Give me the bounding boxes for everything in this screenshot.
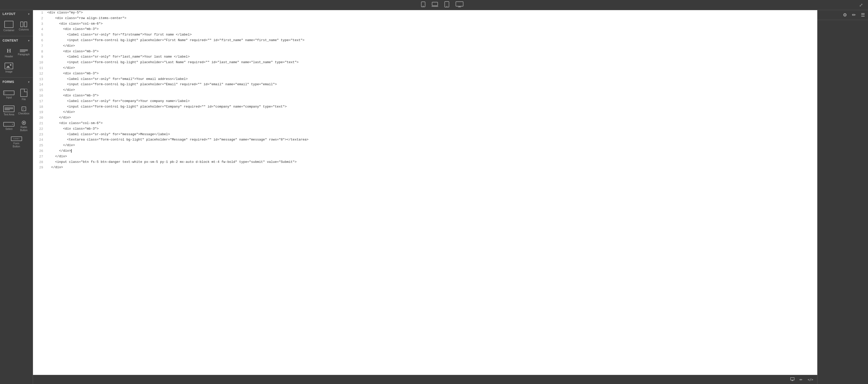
code-toggle-icon[interactable]: </> <box>807 377 814 382</box>
mobile-device-icon[interactable] <box>421 2 426 8</box>
line-content: </div> <box>47 115 814 121</box>
table-row[interactable]: 15 </div> <box>33 88 817 93</box>
table-row[interactable]: 12 <div class="mb-3"> <box>33 71 817 76</box>
header-icon: H <box>7 47 11 54</box>
line-content: <textarea class="form-control bg-light" … <box>47 137 814 142</box>
line-number: 6 <box>36 38 43 43</box>
table-row[interactable]: 7 </div> <box>33 43 817 49</box>
pencil-edit-icon[interactable]: ✏ <box>852 12 856 18</box>
content-section-header[interactable]: Content ▼ <box>0 37 33 44</box>
line-content: <input class="form-control bg-light" pla… <box>47 82 814 87</box>
table-row[interactable]: 25 </div> <box>33 143 817 148</box>
sidebar-item-columns[interactable]: Columns <box>17 19 31 33</box>
line-number: 11 <box>36 65 43 71</box>
layout-section-header[interactable]: Layout ▼ <box>0 10 33 18</box>
sidebar-item-paragraph[interactable]: Paragraph <box>17 45 31 60</box>
table-row[interactable]: 5 <label class="sr-only" for="firstname"… <box>33 32 817 38</box>
code-editor[interactable]: 1<div class="my-5">2 <div class="row ali… <box>33 10 817 375</box>
line-content: <input class="form-control bg-light" pla… <box>47 104 814 109</box>
line-content: <div class="mb-3"> <box>47 27 814 32</box>
line-number: 14 <box>36 82 43 88</box>
line-number: 2 <box>36 16 43 21</box>
line-number: 28 <box>36 160 43 165</box>
table-row[interactable]: 1<div class="my-5"> <box>33 10 817 16</box>
forms-section-header[interactable]: Forms ▼ <box>0 78 33 86</box>
line-number: 10 <box>36 60 43 65</box>
sidebar-item-image[interactable]: Image <box>2 61 16 75</box>
sidebar-item-form-button[interactable]: SUBMIT FormButton <box>2 134 31 150</box>
table-row[interactable]: 21 <div class="col-sm-6"> <box>33 121 817 126</box>
table-row[interactable]: 14 <input class="form-control bg-light" … <box>33 82 817 88</box>
paragraph-icon <box>20 50 28 52</box>
expand-icon[interactable]: ⤢ <box>859 2 863 8</box>
line-content: </div> <box>47 148 814 154</box>
table-row[interactable]: 11 </div> <box>33 65 817 71</box>
line-content: <div class="mb-3"> <box>47 49 814 54</box>
line-content: <div class="mb-3"> <box>47 126 814 132</box>
sidebar-item-file[interactable]: File <box>17 87 31 102</box>
radio-icon <box>22 121 26 125</box>
line-content: </div> <box>47 109 814 115</box>
table-row[interactable]: 23 <label class="sr-only" for="message">… <box>33 132 817 137</box>
line-content: <div class="col-sm-6"> <box>47 21 814 27</box>
table-row[interactable]: 17 <label class="sr-only" for="company">… <box>33 99 817 104</box>
table-row[interactable]: 27 </div> <box>33 154 817 160</box>
table-row[interactable]: 29 </div> <box>33 165 817 170</box>
sidebar-item-radio-button[interactable]: RadioButton <box>17 119 31 133</box>
line-content: <input class="form-control bg-light" pla… <box>47 60 814 65</box>
table-row[interactable]: 6 <input class="form-control bg-light" p… <box>33 38 817 43</box>
pencil-icon[interactable]: ✏ <box>799 377 804 383</box>
line-content: <label class="sr-only" for="company">You… <box>47 99 814 104</box>
table-row[interactable]: 22 <div class="mb-3"> <box>33 126 817 132</box>
line-content: <div class="col-sm-6"> <box>47 121 814 126</box>
table-row[interactable]: 18 <input class="form-control bg-light" … <box>33 104 817 110</box>
container-icon <box>4 21 13 28</box>
laptop-device-icon[interactable] <box>432 2 438 8</box>
line-content: <div class="my-5"> <box>47 10 814 15</box>
table-row[interactable]: 28 <input class="btn fs-5 btn-danger tex… <box>33 160 817 165</box>
line-number: 21 <box>36 121 43 126</box>
table-row[interactable]: 10 <input class="form-control bg-light" … <box>33 60 817 65</box>
select-label: Select <box>5 128 12 131</box>
table-row[interactable]: 8 <div class="mb-3"> <box>33 49 817 55</box>
sidebar-item-select[interactable]: ▼ Select <box>2 119 16 133</box>
sidebar-item-container[interactable]: Container <box>2 19 16 33</box>
line-number: 19 <box>36 109 43 115</box>
line-number: 25 <box>36 143 43 148</box>
sidebar-item-textarea[interactable]: Text Area <box>2 103 16 118</box>
line-number: 12 <box>36 71 43 76</box>
table-row[interactable]: 26 </div> <box>33 148 817 154</box>
desktop-device-icon[interactable] <box>456 1 464 9</box>
textarea-icon <box>3 105 14 112</box>
monitor-icon[interactable] <box>789 376 796 383</box>
input-label: Input <box>6 96 12 99</box>
table-row[interactable]: 3 <div class="col-sm-6"> <box>33 21 817 27</box>
textarea-label: Text Area <box>4 113 14 116</box>
tablet-device-icon[interactable] <box>444 1 450 9</box>
line-number: 29 <box>36 165 43 170</box>
sidebar-item-checkbox[interactable]: ✓ Checkbox <box>17 103 31 118</box>
line-content: <label class="sr-only" for="last_name">Y… <box>47 54 814 60</box>
paragraph-label: Paragraph <box>18 53 30 56</box>
table-row[interactable]: 19 </div> <box>33 109 817 115</box>
line-number: 27 <box>36 154 43 160</box>
settings-gear-icon[interactable]: ⚙ <box>843 12 847 18</box>
table-row[interactable]: 24 <textarea class="form-control bg-ligh… <box>33 137 817 143</box>
list-icon[interactable]: ☰ <box>861 12 865 18</box>
content-items-grid: H Header Paragraph Image <box>0 44 33 77</box>
svg-rect-9 <box>790 378 795 380</box>
table-row[interactable]: 13 <label class="sr-only" for="email">Yo… <box>33 76 817 82</box>
table-row[interactable]: 20 </div> <box>33 115 817 121</box>
table-row[interactable]: 16 <div class="mb-3"> <box>33 93 817 99</box>
table-row[interactable]: 2 <div class="row align-items-center"> <box>33 16 817 21</box>
forms-chevron-icon: ▼ <box>28 81 30 84</box>
table-row[interactable]: 9 <label class="sr-only" for="last_name"… <box>33 54 817 60</box>
line-number: 15 <box>36 88 43 93</box>
line-number: 20 <box>36 115 43 121</box>
sidebar-item-input[interactable]: Input <box>2 87 16 102</box>
table-row[interactable]: 4 <div class="mb-3"> <box>33 27 817 32</box>
sidebar-item-header[interactable]: H Header <box>2 45 16 60</box>
line-number: 7 <box>36 43 43 49</box>
line-content: <div class="mb-3"> <box>47 93 814 98</box>
line-content: <div class="row align-items-center"> <box>47 16 814 21</box>
